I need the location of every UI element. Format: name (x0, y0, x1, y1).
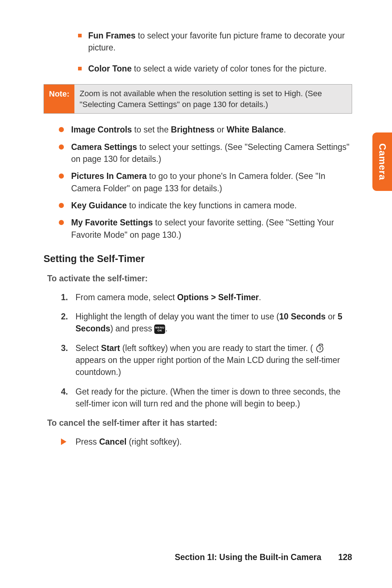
text: Select (75, 343, 101, 353)
text: Get ready for the picture. (When the tim… (75, 387, 340, 408)
bold-text: Options > Self-Timer (177, 293, 259, 302)
feature-circle-list: Image Controls to set the Brightness or … (44, 124, 352, 241)
bold-text: Color Tone (88, 64, 132, 73)
menu-ok-key-icon: MENUOK (154, 324, 165, 334)
text: . (283, 125, 286, 134)
text: appears on the upper right portion of th… (75, 355, 340, 377)
footer-section: Section 1I: Using the Built-in Camera (175, 552, 321, 562)
note-label: Note: (44, 85, 74, 113)
intro-square-list: Fun Frames to select your favorite fun p… (44, 30, 352, 75)
text: (left softkey) when you are ready to sta… (120, 343, 315, 353)
list-item: My Favorite Settings to select your favo… (59, 217, 352, 241)
bold-text: Start (101, 343, 120, 353)
text: Press (75, 437, 99, 446)
page-footer: Section 1I: Using the Built-in Camera 12… (175, 551, 352, 563)
step-item: Highlight the length of delay you want t… (61, 311, 352, 335)
sub-heading: To cancel the self-timer after it has st… (47, 417, 352, 429)
bold-text: Key Guidance (71, 201, 127, 210)
bold-text: Brightness (171, 125, 215, 134)
text: Highlight the length of delay you want t… (75, 312, 279, 321)
cancel-list: Press Cancel (right softkey). (44, 436, 352, 448)
step-item: Select Start (left softkey) when you are… (61, 342, 352, 379)
list-item: Pictures In Camera to go to your phone's… (59, 170, 352, 195)
note-box: Note: Zoom is not available when the res… (44, 84, 352, 114)
bold-text: Image Controls (71, 125, 132, 134)
text: ) and press (110, 324, 154, 333)
text: or (215, 125, 226, 134)
text: From camera mode, select (75, 293, 177, 302)
step-item: From camera mode, select Options > Self-… (61, 291, 352, 303)
text: or (326, 312, 338, 321)
bold-text: Camera Settings (71, 142, 137, 152)
bold-text: Pictures In Camera (71, 171, 147, 181)
text: to indicate the key functions in camera … (127, 201, 297, 210)
bold-text: 10 Seconds (279, 312, 326, 321)
timer-icon (316, 345, 323, 352)
note-body: Zoom is not available when the resolutio… (74, 85, 352, 113)
bold-text: Fun Frames (88, 31, 135, 40)
bold-text: My Favorite Settings (71, 218, 153, 227)
text: to select a wide variety of color tones … (132, 64, 327, 73)
sub-heading: To activate the self-timer: (47, 273, 352, 285)
list-item: Fun Frames to select your favorite fun p… (78, 30, 352, 54)
list-item: Image Controls to set the Brightness or … (59, 124, 352, 136)
text: (right softkey). (127, 437, 182, 446)
list-item: Color Tone to select a wide variety of c… (78, 63, 352, 75)
step-item: Get ready for the picture. (When the tim… (61, 386, 352, 410)
text: to set the (132, 125, 171, 134)
text: . (165, 324, 167, 333)
text: . (259, 293, 261, 302)
list-item: Key Guidance to indicate the key functio… (59, 200, 352, 212)
list-item: Press Cancel (right softkey). (61, 436, 352, 448)
list-item: Camera Settings to select your settings.… (59, 141, 352, 166)
section-heading: Setting the Self-Timer (44, 252, 352, 266)
side-tab-camera: Camera (372, 132, 392, 191)
bold-text: Cancel (99, 437, 126, 446)
bold-text: White Balance (226, 125, 283, 134)
page-number: 128 (338, 552, 352, 562)
steps-list: From camera mode, select Options > Self-… (44, 291, 352, 410)
